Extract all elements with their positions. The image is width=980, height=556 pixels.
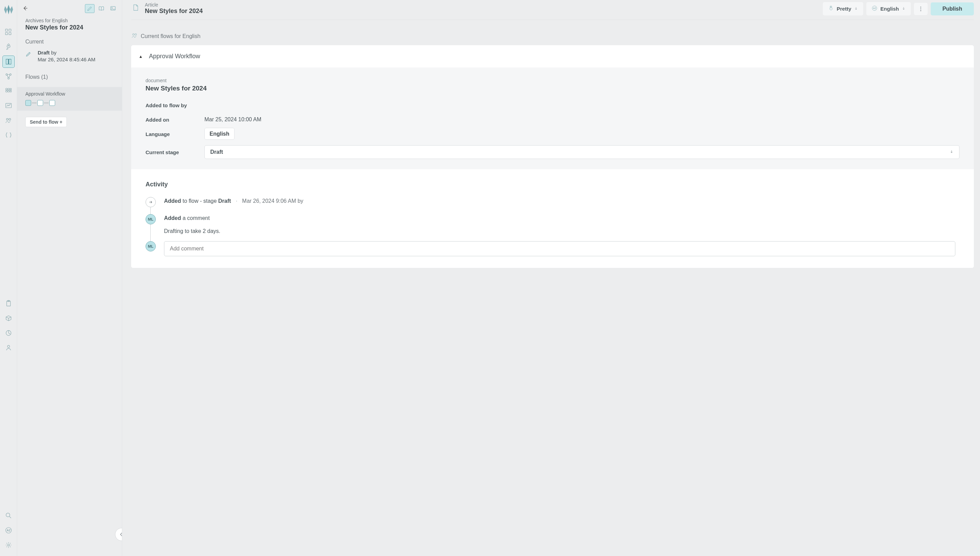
activity-heading: Activity (145, 181, 955, 188)
chevron-down-icon (949, 149, 954, 155)
comment-body: Drafting to take 2 days. (164, 228, 955, 234)
arrow-right-icon (145, 197, 156, 207)
publish-button[interactable]: Publish (931, 2, 974, 15)
flow-step-2 (37, 100, 43, 106)
rail-clipboard-icon[interactable] (2, 297, 15, 310)
back-button[interactable] (22, 5, 29, 13)
rail-dashboard-icon[interactable] (2, 26, 15, 38)
rail-users-icon[interactable] (2, 115, 15, 127)
sidebar-panel: Archives for English New Styles for 2024… (17, 0, 122, 556)
flows-section-label: Flows (1) (25, 74, 114, 80)
collapse-sidebar-button[interactable] (115, 528, 122, 541)
meta-added-on-row: Added on Mar 25, 2024 10:00 AM (145, 116, 959, 123)
avatar: ML (145, 214, 156, 225)
send-to-flow-button[interactable]: Send to flow + (25, 117, 67, 127)
flow-item-approval[interactable]: Approval Workflow (17, 87, 122, 111)
content-type-label: Article (145, 2, 203, 7)
activity-item-comment: ML Added a comment Drafting to take 2 da… (145, 214, 955, 241)
mode-edit-button[interactable] (85, 4, 95, 13)
avatar: ML (145, 241, 156, 251)
layout-pretty-dropdown[interactable]: Pretty (823, 2, 864, 15)
flow-item-title: Approval Workflow (25, 91, 114, 97)
rail-structure-icon[interactable] (2, 70, 15, 82)
mode-read-button[interactable] (97, 4, 106, 13)
rail-package-icon[interactable] (2, 312, 15, 325)
header-bar: Article New Styles for 2024 Pretty Engli… (131, 0, 974, 20)
meta-added-by-row: Added to flow by (145, 102, 959, 108)
flow-steps (25, 100, 114, 106)
current-flows-heading: Current flows for English (131, 32, 974, 40)
language-tag: English (205, 128, 235, 140)
current-stage-dropdown[interactable]: Draft (205, 145, 959, 159)
mode-media-button[interactable] (108, 4, 118, 13)
meta-language-row: Language English (145, 131, 959, 137)
doc-title: New Styles for 2024 (145, 85, 959, 92)
svg-point-26 (920, 6, 922, 8)
people-icon (131, 32, 138, 40)
chevron-down-icon (854, 6, 858, 12)
chevron-down-icon (902, 6, 906, 12)
sidebar-title: New Styles for 2024 (25, 24, 114, 31)
more-menu-button[interactable] (914, 3, 928, 15)
workflow-card: ▲ Approval Workflow document New Styles … (131, 45, 974, 268)
meta-stage-row: Current stage Draft (145, 145, 959, 159)
rail-locales-icon[interactable] (2, 524, 15, 537)
svg-point-27 (920, 8, 922, 9)
language-dropdown[interactable]: English (866, 2, 911, 15)
rail-search-icon[interactable] (2, 509, 15, 522)
archives-path: Archives for English (25, 18, 114, 23)
rail-apps-icon[interactable] (2, 85, 15, 97)
activity-timestamp: Mar 26, 2024 9:06 AM by (242, 198, 303, 204)
app-logo[interactable] (3, 4, 14, 16)
add-comment-row: ML (145, 241, 955, 256)
pencil-icon (25, 50, 33, 62)
draft-line1: Draft by (38, 50, 95, 55)
current-section-label: Current (25, 39, 114, 45)
svg-point-28 (920, 10, 922, 11)
flow-step-3 (49, 100, 55, 106)
draft-entry[interactable]: Draft by Mar 26, 2024 8:45:46 AM (25, 50, 114, 62)
content-title: New Styles for 2024 (145, 7, 203, 15)
draft-timestamp: Mar 26, 2024 8:45:46 AM (38, 57, 95, 62)
triangle-up-icon: ▲ (139, 54, 143, 59)
rail-members-icon[interactable] (2, 341, 15, 354)
left-rail (0, 0, 17, 556)
rail-content-icon[interactable] (2, 55, 15, 68)
rail-quickstart-icon[interactable] (2, 41, 15, 53)
bunny-icon (828, 5, 834, 12)
rail-api-icon[interactable] (2, 129, 15, 142)
document-icon (132, 4, 140, 14)
flow-step-1 (25, 100, 31, 106)
rail-analytics-icon[interactable] (2, 100, 15, 112)
activity-item-added: Added to flow - stage Draft · Mar 26, 20… (145, 197, 955, 214)
workflow-disclosure-button[interactable]: ▲ Approval Workflow (131, 45, 974, 68)
main-content: Article New Styles for 2024 Pretty Engli… (122, 0, 980, 556)
doc-kind-label: document (145, 78, 959, 83)
rail-reports-icon[interactable] (2, 327, 15, 339)
add-comment-input[interactable] (164, 241, 955, 256)
locale-icon (872, 5, 878, 12)
rail-settings-icon[interactable] (2, 539, 15, 551)
